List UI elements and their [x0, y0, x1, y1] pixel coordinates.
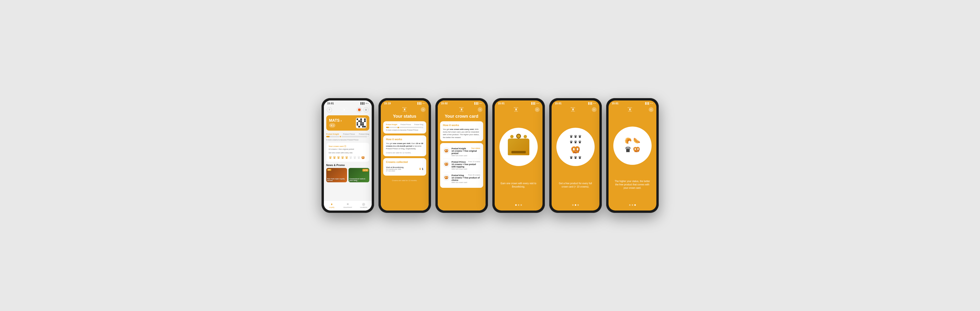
crown-icon-3: ♛: [578, 134, 581, 139]
crown-dot-4: ♛: [341, 155, 344, 160]
visit-date: 27 Oct 2022: [386, 170, 404, 172]
qr-cell: [358, 124, 360, 126]
illustration-circle-5: ♛ ♛ ♛ ♛ ♛ ♛ 🥨 ♛ ♛ ♛: [556, 128, 595, 166]
crown-icon: ♛: [331, 124, 332, 126]
crown-icon-9: ♛: [578, 155, 581, 160]
reward-prince: 🥨 Pretzel Prince From 10 crowns 10 crown…: [443, 159, 480, 172]
reward-knight-title: 10 crowns = free original pretzel: [452, 150, 480, 155]
nav-assortment[interactable]: ≡ Assortment: [340, 202, 356, 208]
news-card-2[interactable]: Caramelised walnut-pear delig… 3:70: [348, 168, 369, 182]
help-button[interactable]: ?: [327, 107, 332, 112]
qr-cell: [358, 126, 360, 128]
how-it-works-body-3: You get one crown with every visit. With…: [443, 128, 480, 139]
nav-loyalty[interactable]: ♦ Loyalty: [324, 202, 340, 208]
status-icons-6: ▌▌▌ ≈ ▪: [645, 102, 653, 105]
crown-count: 1: [333, 124, 334, 126]
illus-dots-6: [629, 204, 636, 206]
reward-knight-icon: 🥨: [443, 147, 450, 154]
reward-knight: 🥨 Pretzel Knight Your status 10 crowns =…: [443, 145, 480, 159]
level-king: Pretzel King: [414, 124, 423, 125]
close-button-4[interactable]: ×: [535, 107, 539, 112]
crown-card-info-icon: ⓘ: [344, 145, 346, 147]
progress-node-30: [422, 126, 423, 128]
progress-subtitle: 9 more crowns to become Pretzel Prince: [324, 139, 372, 141]
gift-icon: 🎁: [358, 108, 361, 112]
pretzel-icon: 🥨: [361, 156, 365, 159]
reward-prince-sub: With full crown card: [452, 168, 480, 170]
news-card-1[interactable]: New York style royally served. HIT: [326, 168, 347, 182]
illus-dots-4: [515, 204, 522, 206]
close-button-5[interactable]: ×: [592, 107, 597, 112]
phone-3: 15:02 ▌▌▌ ≈ ▪ BREZEL ♛ KÖNIG × Your crow…: [435, 98, 488, 213]
crown-shape: [508, 139, 529, 155]
status-knight: Pretzel Knight: [326, 133, 339, 135]
locations-icon: ◎: [362, 202, 365, 206]
crown-icon-visit: ♛: [419, 167, 422, 171]
reward-king-level: Pretzel King: [452, 174, 464, 177]
time-1: 15:01: [327, 102, 334, 105]
brezel-koenig-logo: BREZEL ♛ KÖNIG: [340, 108, 348, 112]
dot-3-active: [634, 204, 636, 206]
reward-king-sub: With full crown card: [452, 181, 480, 183]
crown-dots-row: ♛ ♛ ♛ ♛ ♛ ♛ ♛ ♛ 🥨: [329, 155, 367, 160]
qr-cell: [362, 118, 364, 120]
settings-icon: ⚙: [365, 108, 367, 112]
user-name-row: MATS ›: [329, 118, 342, 123]
phone-5: 15:01 ▌▌▌ ≈ ▪ BREZEL ♛ KÖNIG × ♛: [549, 98, 602, 213]
crown-icon-5: ♛: [574, 140, 577, 144]
status-progress-card: Pretzel Knight Pretzel Prince Pretzel Ki…: [383, 121, 426, 134]
close-button-2[interactable]: ×: [421, 107, 426, 112]
question-icon: ?: [328, 108, 330, 111]
nav-locations-label: Locations: [360, 206, 367, 208]
your-status-tag: Your status: [471, 147, 480, 150]
qr-cell: [360, 126, 362, 128]
reward-prince-level: Pretzel Prince: [452, 161, 466, 163]
status-bar-5: 15:01 ▌▌▌ ≈ ▪: [552, 100, 600, 106]
crown-card-section[interactable]: Your crown card ⓘ 10 crowns = free origi…: [326, 143, 369, 162]
news-card-2-label: Caramelised walnut-pear delig…: [350, 178, 368, 181]
crown-dot-5: ♛: [345, 155, 348, 160]
progress-fill: [326, 136, 329, 137]
crown-dot-7: ♛: [353, 155, 356, 160]
gift-button[interactable]: 🎁: [356, 107, 362, 112]
crown-icon-8: ♛: [574, 155, 577, 160]
status-bar-6: 15:01 ▌▌▌ ≈ ▪: [609, 100, 656, 106]
crown-icon-7: ♛: [570, 155, 573, 160]
reward-prince-info: Pretzel Prince From 10 crowns 10 crowns …: [452, 161, 480, 170]
crown-dot-3: ♛: [337, 155, 340, 160]
nav-locations[interactable]: ◎ Locations: [356, 202, 372, 208]
status-icons-5: ▌▌▌ ≈ ▪: [588, 102, 596, 105]
reward-king-info: Pretzel King From 30 crowns 10 crowns = …: [452, 174, 480, 183]
qr-cell: [360, 118, 362, 120]
products-illus: 🥐 🌭 ♛ 🥨: [625, 137, 640, 154]
food-icon-2: 🌭: [633, 137, 640, 144]
settings-button[interactable]: ⚙: [363, 107, 369, 112]
illustration-circle-4: [500, 128, 538, 166]
crown-icon-6: ♛: [578, 140, 581, 144]
crown-large-icon: ♛: [625, 145, 632, 154]
logo-5: BREZEL ♛ KÖNIG: [554, 107, 592, 112]
status-progress-section: Pretzel Knight Pretzel Prince Pretzel Ki…: [324, 132, 372, 139]
qr-cell: [360, 120, 362, 122]
user-card[interactable]: MATS › ♛ 1: [326, 115, 369, 131]
close-button-3[interactable]: ×: [478, 107, 482, 112]
user-crown-badge: ♛ 1: [329, 123, 336, 128]
crown-card-title: Your crown card ⓘ: [329, 145, 367, 148]
rewards-card: 🥨 Pretzel Knight Your status 10 crowns =…: [440, 143, 483, 188]
qr-cell: [362, 126, 364, 128]
crown-base: [511, 151, 526, 153]
qr-code: [356, 118, 366, 128]
qr-cell: [364, 122, 366, 124]
phone-4: 15:01 ▌▌▌ ≈ ▪ BREZEL ♛ KÖNIG ×: [492, 98, 545, 213]
logo-4: BREZEL ♛ KÖNIG: [498, 107, 535, 112]
phone-3-screen: 15:02 ▌▌▌ ≈ ▪ BREZEL ♛ KÖNIG × Your crow…: [438, 100, 485, 211]
close-button-6[interactable]: ×: [649, 107, 654, 112]
reward-knight-info: Pretzel Knight Your status 10 crowns = f…: [452, 147, 480, 157]
crown-right-gem: [523, 135, 527, 138]
header-right-icons: 🎁 ⚙: [356, 107, 369, 112]
crown-icon-2: ♛: [574, 134, 577, 139]
dot-1: [629, 204, 630, 206]
assortment-icon: ≡: [347, 202, 348, 206]
crown-card-visit-text: Get one crown with every visit.: [329, 152, 367, 154]
reward-king-title: 10 crowns = free product of choice: [452, 177, 480, 181]
